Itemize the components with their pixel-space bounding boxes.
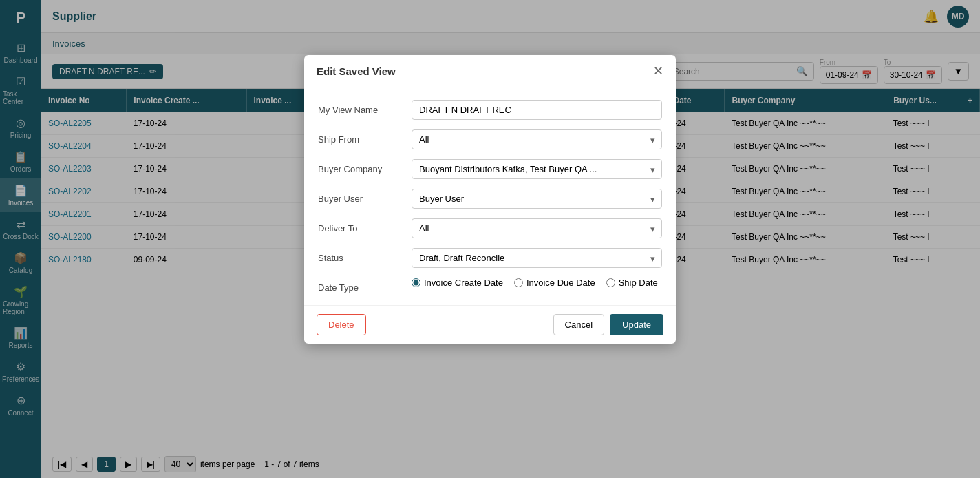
modal-header: Edit Saved View ✕ bbox=[304, 55, 676, 87]
buyer-company-label: Buyer Company bbox=[318, 159, 401, 174]
modal-title: Edit Saved View bbox=[317, 65, 396, 77]
update-button[interactable]: Update bbox=[610, 314, 663, 335]
buyer-company-row: Buyer Company Buoyant Distributors Kafka… bbox=[318, 159, 662, 179]
status-select-wrapper: Draft, Draft Reconcile bbox=[412, 248, 662, 268]
action-buttons: Cancel Update bbox=[553, 314, 663, 335]
invoice-create-date-option[interactable]: Invoice Create Date bbox=[412, 278, 503, 288]
buyer-user-control: Buyer User bbox=[412, 189, 662, 209]
date-type-row: Date Type Invoice Create Date Invoice Du… bbox=[318, 278, 662, 293]
buyer-company-control: Buoyant Distributors Kafka, Test Buyer Q… bbox=[412, 159, 662, 179]
invoice-due-date-option[interactable]: Invoice Due Date bbox=[514, 278, 595, 288]
deliver-to-select-wrapper: All bbox=[412, 218, 662, 238]
modal-footer: Delete Cancel Update bbox=[304, 305, 676, 344]
buyer-user-row: Buyer User Buyer User bbox=[318, 189, 662, 209]
ship-date-option[interactable]: Ship Date bbox=[606, 278, 658, 288]
cancel-button[interactable]: Cancel bbox=[553, 314, 604, 335]
ship-date-radio[interactable] bbox=[606, 278, 615, 287]
view-name-input[interactable] bbox=[412, 100, 662, 120]
view-name-row: My View Name bbox=[318, 100, 662, 120]
status-label: Status bbox=[318, 248, 401, 263]
edit-saved-view-modal: Edit Saved View ✕ My View Name Ship From… bbox=[304, 55, 676, 344]
invoice-create-date-label: Invoice Create Date bbox=[424, 278, 503, 288]
delete-button[interactable]: Delete bbox=[317, 314, 366, 335]
ship-from-select-wrapper: All bbox=[412, 129, 662, 149]
buyer-user-label: Buyer User bbox=[318, 189, 401, 204]
ship-date-label: Ship Date bbox=[619, 278, 658, 288]
ship-from-label: Ship From bbox=[318, 129, 401, 145]
buyer-user-select[interactable]: Buyer User bbox=[412, 189, 662, 209]
invoice-create-date-radio[interactable] bbox=[412, 278, 420, 287]
status-control: Draft, Draft Reconcile bbox=[412, 248, 662, 268]
ship-from-control: All bbox=[412, 129, 662, 149]
deliver-to-label: Deliver To bbox=[318, 218, 401, 233]
ship-from-row: Ship From All bbox=[318, 129, 662, 149]
deliver-to-select[interactable]: All bbox=[412, 218, 662, 238]
view-name-control bbox=[412, 100, 662, 120]
deliver-to-control: All bbox=[412, 218, 662, 238]
modal-body: My View Name Ship From All Buye bbox=[304, 87, 676, 305]
buyer-user-select-wrapper: Buyer User bbox=[412, 189, 662, 209]
deliver-to-row: Deliver To All bbox=[318, 218, 662, 238]
invoice-due-date-radio[interactable] bbox=[514, 278, 523, 287]
buyer-company-select-wrapper: Buoyant Distributors Kafka, Test Buyer Q… bbox=[412, 159, 662, 179]
ship-from-select[interactable]: All bbox=[412, 129, 662, 149]
status-select[interactable]: Draft, Draft Reconcile bbox=[412, 248, 662, 268]
date-type-control: Invoice Create Date Invoice Due Date Shi… bbox=[412, 278, 662, 288]
modal-overlay: Edit Saved View ✕ My View Name Ship From… bbox=[0, 0, 980, 478]
status-row: Status Draft, Draft Reconcile bbox=[318, 248, 662, 268]
date-type-radio-group: Invoice Create Date Invoice Due Date Shi… bbox=[412, 278, 662, 288]
modal-close-button[interactable]: ✕ bbox=[653, 65, 663, 77]
invoice-due-date-label: Invoice Due Date bbox=[526, 278, 595, 288]
view-name-label: My View Name bbox=[318, 100, 401, 115]
date-type-label: Date Type bbox=[318, 278, 401, 293]
buyer-company-select[interactable]: Buoyant Distributors Kafka, Test Buyer Q… bbox=[412, 159, 662, 179]
